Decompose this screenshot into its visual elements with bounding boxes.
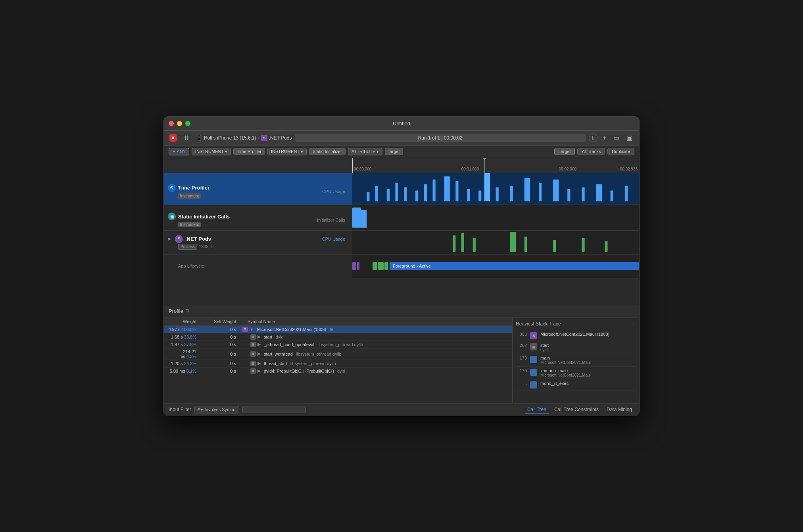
- call-tree-button[interactable]: Call Tree: [525, 406, 549, 413]
- duplicate-button[interactable]: Duplicate: [607, 148, 634, 155]
- layout2-button[interactable]: ▣: [624, 133, 634, 142]
- symbol-text-3: start_wqthread: [264, 352, 293, 356]
- track-time-profiler-info: ⏱ Time Profiler Instrument CPU Usage: [164, 173, 352, 205]
- close-button[interactable]: [169, 121, 174, 126]
- th-weight: Weight: [164, 319, 200, 324]
- all-tracks-button[interactable]: All Tracks: [577, 148, 605, 155]
- involves-symbol-combo[interactable]: ⊕▾ Involves Symbol: [194, 406, 239, 413]
- stack-count-1: 202: [516, 343, 527, 348]
- bottom-header: Profile ⇅: [164, 305, 639, 318]
- svg-rect-20: [596, 184, 602, 201]
- expand-row-0[interactable]: ▼: [250, 327, 254, 332]
- cell-self-4: 0 s: [200, 361, 239, 366]
- track-net-pods-lifecycle: App Lifecycle For: [164, 255, 639, 278]
- stack-func-0: Microsoft.NetConf2021.Maui (1808): [540, 332, 636, 337]
- symbol-sub-3: libsystem_pthread.dylib: [296, 352, 342, 356]
- expand-net-pods[interactable]: ▶: [168, 236, 171, 241]
- table-row-2[interactable]: 1.87 s 37.5% 0 s ▦ ▶ _pthread_cond_updat…: [164, 341, 512, 348]
- table-row-3[interactable]: 214.21 ms 4.3% 0 s ▦ ▶ start_wqthread li…: [164, 348, 512, 360]
- profile-chevron: ⇅: [186, 308, 190, 314]
- symbol-icon-5: ▦: [250, 368, 256, 374]
- svg-rect-11: [478, 190, 481, 201]
- bottom-toolbar: Input Filter ⊕▾ Involves Symbol Call Tre…: [164, 403, 639, 416]
- track-net-pods-lifecycle-label: App Lifecycle: [178, 264, 348, 268]
- expand-indicator: ⊕: [210, 245, 213, 249]
- symbol-icon-3: ▦: [250, 351, 256, 357]
- table-row-0[interactable]: 4.97 s 100.0% 0 s S ▼ Microsoft.NetConf2…: [164, 326, 512, 333]
- cell-self-5: 0 s: [200, 369, 239, 373]
- svg-rect-5: [415, 190, 418, 201]
- info-button[interactable]: ℹ: [589, 134, 597, 142]
- cell-weight-3: 214.21 ms 4.3%: [164, 349, 200, 359]
- track-net-pods-info: ▶ S .NET Pods CPU Usage Process 1808 ⊕: [164, 231, 352, 254]
- svg-rect-4: [404, 187, 407, 201]
- svg-rect-3: [395, 182, 398, 201]
- stack-item-3[interactable]: 179 👤 xamarin_main Microsoft.NetConf2021…: [516, 367, 636, 379]
- cell-weight-1: 1.68 s 33.8%: [164, 335, 200, 339]
- stack-icon-3: 👤: [530, 369, 537, 376]
- cell-symbol-5: ▦ ▶ dyld4::PrebuiltObjC::~PrebuiltObjC()…: [239, 368, 512, 374]
- track-static-initializer-canvas: [352, 205, 639, 230]
- stop-button[interactable]: ⏹: [169, 134, 177, 142]
- maximize-button[interactable]: [185, 121, 190, 126]
- track-net-pods-cpu-canvas: [352, 231, 639, 254]
- static-initializer-filter[interactable]: Static Initializer: [309, 148, 346, 155]
- attribute-filter[interactable]: ATTRIBUTE ▾: [348, 148, 382, 155]
- stack-options-button[interactable]: ≡: [633, 321, 636, 327]
- pause-button[interactable]: ⏸: [181, 133, 192, 143]
- svg-rect-13: [496, 187, 499, 201]
- data-mining-button[interactable]: Data Mining: [604, 406, 634, 413]
- target-filter[interactable]: target: [385, 148, 403, 155]
- any-filter[interactable]: ✦ ANY: [169, 148, 189, 155]
- svg-rect-21: [611, 190, 613, 201]
- svg-rect-28: [510, 232, 516, 251]
- lifecycle-active-label: Foreground - Active: [393, 264, 431, 268]
- time-profiler-filter[interactable]: Time Profiler: [233, 148, 265, 155]
- tracks-empty-area: [164, 278, 639, 305]
- tracks-header-left: [164, 158, 352, 173]
- track-static-initializer-badge: Instrument: [178, 222, 201, 227]
- track-net-pods-lifecycle-canvas: Foreground - Active: [352, 255, 639, 278]
- layout1-button[interactable]: ▭: [611, 133, 621, 142]
- cell-weight-2: 1.87 s 37.5%: [164, 342, 200, 347]
- th-symbol: Symbol Name: [243, 319, 512, 324]
- table-row-1[interactable]: 1.68 s 33.8% 0 s ▦ ▶ start dyld: [164, 333, 512, 341]
- toolbar: ⏹ ⏸ 📱 Rolf's iPhone 13 (15.6.1) › S .NET…: [164, 131, 639, 145]
- stack-info-2: main Microsoft.NetConf2021.Maui: [540, 356, 636, 365]
- stack-func-2: main: [540, 356, 636, 360]
- stack-panel: Heaviest Stack Trace ≡ 363 S Microsoft.N…: [512, 318, 639, 403]
- call-tree-constraints-button[interactable]: Call Tree Constraints: [552, 406, 601, 413]
- table-row-4[interactable]: 1.20 s 24.2% 0 s ▦ ▶ thread_start libsys…: [164, 360, 512, 367]
- target-button[interactable]: Target: [554, 148, 575, 155]
- stack-count-3: 179: [516, 368, 527, 373]
- instrument1-filter[interactable]: INSTRUMENT ▾: [192, 148, 231, 155]
- playhead-current: [484, 158, 485, 173]
- stack-lib-2: Microsoft.NetConf2021.Maui: [540, 360, 636, 365]
- arrow-4: ▶: [257, 361, 261, 366]
- svg-rect-18: [567, 189, 570, 201]
- stack-info-3: xamarin_main Microsoft.NetConf2021.Maui: [540, 368, 636, 377]
- svg-rect-25: [453, 235, 455, 251]
- svg-rect-12: [484, 173, 490, 201]
- symbol-text-2: _pthread_cond_updateval: [264, 342, 314, 347]
- svg-rect-2: [387, 189, 390, 201]
- svg-rect-9: [455, 181, 458, 201]
- stack-count-0: 363: [516, 332, 527, 337]
- stack-item-4[interactable]: ... 👤 mono_jit_exec: [516, 379, 636, 390]
- nav-icon-0[interactable]: ⊕: [329, 327, 333, 332]
- table-row-5[interactable]: 5.00 ms 0.1% 0 s ▦ ▶ dyld4::PrebuiltObjC…: [164, 367, 512, 375]
- stack-item-2[interactable]: 179 👤 main Microsoft.NetConf2021.Maui: [516, 354, 636, 367]
- stack-item-1[interactable]: 202 ▦ start dyld: [516, 341, 636, 354]
- add-button[interactable]: +: [601, 134, 608, 142]
- svg-rect-22: [625, 186, 628, 201]
- stack-item-0[interactable]: 363 S Microsoft.NetConf2021.Maui (1808): [516, 330, 636, 341]
- symbol-icon-1: ▦: [250, 334, 256, 340]
- svg-rect-17: [553, 179, 559, 201]
- symbol-text-0: Microsoft.NetConf2021.Maui (1808): [257, 327, 326, 332]
- instrument2-filter[interactable]: INSTRUMENT ▾: [267, 148, 307, 155]
- filter-text-input[interactable]: [242, 406, 306, 413]
- svg-rect-29: [524, 236, 527, 251]
- minimize-button[interactable]: [177, 121, 182, 126]
- toolbar-right: + ▭ ▣: [601, 133, 634, 142]
- target-icon: S: [261, 135, 267, 141]
